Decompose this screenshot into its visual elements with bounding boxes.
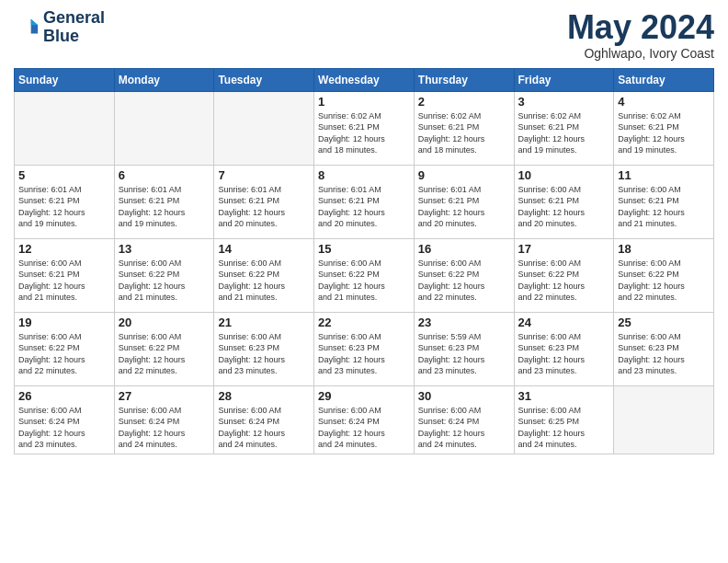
- calendar-cell: 7Sunrise: 6:01 AM Sunset: 6:21 PM Daylig…: [214, 165, 314, 238]
- day-number: 12: [18, 242, 110, 256]
- day-number: 11: [618, 168, 710, 182]
- logo-line1: General: [43, 9, 105, 28]
- day-info: Sunrise: 6:00 AM Sunset: 6:23 PM Dayligh…: [318, 331, 410, 377]
- calendar-cell: 30Sunrise: 6:00 AM Sunset: 6:24 PM Dayli…: [414, 385, 514, 454]
- logo-icon: [14, 15, 40, 40]
- day-number: 19: [18, 316, 110, 329]
- day-info: Sunrise: 6:00 AM Sunset: 6:22 PM Dayligh…: [318, 258, 410, 304]
- day-info: Sunrise: 6:01 AM Sunset: 6:21 PM Dayligh…: [218, 184, 310, 230]
- day-info: Sunrise: 6:00 AM Sunset: 6:23 PM Dayligh…: [518, 331, 610, 377]
- day-header-monday: Monday: [114, 68, 214, 91]
- day-number: 25: [618, 316, 710, 329]
- day-number: 4: [618, 95, 710, 109]
- calendar-cell: 4Sunrise: 6:02 AM Sunset: 6:21 PM Daylig…: [614, 91, 714, 165]
- day-info: Sunrise: 6:01 AM Sunset: 6:21 PM Dayligh…: [18, 184, 110, 230]
- calendar-cell: 9Sunrise: 6:01 AM Sunset: 6:21 PM Daylig…: [414, 165, 514, 238]
- calendar-table: SundayMondayTuesdayWednesdayThursdayFrid…: [14, 68, 714, 454]
- day-info: Sunrise: 5:59 AM Sunset: 6:23 PM Dayligh…: [418, 331, 510, 377]
- calendar-cell: 5Sunrise: 6:01 AM Sunset: 6:21 PM Daylig…: [15, 165, 115, 238]
- week-row-4: 19Sunrise: 6:00 AM Sunset: 6:22 PM Dayli…: [15, 312, 714, 385]
- calendar-cell: 11Sunrise: 6:00 AM Sunset: 6:21 PM Dayli…: [614, 165, 714, 238]
- day-number: 27: [119, 389, 210, 403]
- calendar-cell: [214, 91, 314, 165]
- calendar-cell: [114, 91, 214, 165]
- day-info: Sunrise: 6:00 AM Sunset: 6:24 PM Dayligh…: [318, 405, 410, 451]
- day-info: Sunrise: 6:02 AM Sunset: 6:21 PM Dayligh…: [618, 110, 710, 156]
- calendar-cell: [614, 385, 714, 454]
- week-row-2: 5Sunrise: 6:01 AM Sunset: 6:21 PM Daylig…: [15, 165, 714, 238]
- day-number: 31: [518, 389, 610, 403]
- day-number: 17: [518, 242, 610, 256]
- day-info: Sunrise: 6:00 AM Sunset: 6:22 PM Dayligh…: [218, 258, 310, 304]
- day-number: 10: [518, 168, 610, 182]
- calendar-page: General Blue May 2024 Oghlwapo, Ivory Co…: [0, 0, 728, 563]
- calendar-cell: 27Sunrise: 6:00 AM Sunset: 6:24 PM Dayli…: [114, 385, 214, 454]
- calendar-cell: 28Sunrise: 6:00 AM Sunset: 6:24 PM Dayli…: [214, 385, 314, 454]
- day-header-sunday: Sunday: [15, 68, 115, 91]
- calendar-cell: 12Sunrise: 6:00 AM Sunset: 6:21 PM Dayli…: [15, 238, 115, 312]
- day-info: Sunrise: 6:00 AM Sunset: 6:21 PM Dayligh…: [518, 184, 610, 230]
- day-number: 5: [18, 168, 110, 182]
- calendar-cell: [15, 91, 115, 165]
- calendar-title: May 2024: [567, 9, 714, 46]
- calendar-cell: 26Sunrise: 6:00 AM Sunset: 6:24 PM Dayli…: [15, 385, 115, 454]
- day-header-saturday: Saturday: [614, 68, 714, 91]
- week-row-5: 26Sunrise: 6:00 AM Sunset: 6:24 PM Dayli…: [15, 385, 714, 454]
- calendar-cell: 31Sunrise: 6:00 AM Sunset: 6:25 PM Dayli…: [514, 385, 614, 454]
- title-block: May 2024 Oghlwapo, Ivory Coast: [567, 9, 714, 61]
- day-info: Sunrise: 6:00 AM Sunset: 6:22 PM Dayligh…: [119, 258, 210, 304]
- calendar-cell: 24Sunrise: 6:00 AM Sunset: 6:23 PM Dayli…: [514, 312, 614, 385]
- day-number: 3: [518, 95, 610, 109]
- day-number: 8: [318, 168, 410, 182]
- day-info: Sunrise: 6:01 AM Sunset: 6:21 PM Dayligh…: [418, 184, 510, 230]
- day-number: 29: [318, 389, 410, 403]
- day-number: 6: [119, 168, 210, 182]
- day-number: 14: [218, 242, 310, 256]
- calendar-cell: 1Sunrise: 6:02 AM Sunset: 6:21 PM Daylig…: [314, 91, 415, 165]
- day-info: Sunrise: 6:00 AM Sunset: 6:24 PM Dayligh…: [119, 405, 210, 451]
- day-info: Sunrise: 6:00 AM Sunset: 6:22 PM Dayligh…: [418, 258, 510, 304]
- calendar-cell: 6Sunrise: 6:01 AM Sunset: 6:21 PM Daylig…: [114, 165, 214, 238]
- logo: General Blue: [14, 9, 105, 46]
- day-number: 20: [119, 316, 210, 329]
- days-header-row: SundayMondayTuesdayWednesdayThursdayFrid…: [15, 68, 714, 91]
- calendar-cell: 19Sunrise: 6:00 AM Sunset: 6:22 PM Dayli…: [15, 312, 115, 385]
- day-number: 9: [418, 168, 510, 182]
- week-row-3: 12Sunrise: 6:00 AM Sunset: 6:21 PM Dayli…: [15, 238, 714, 312]
- calendar-cell: 18Sunrise: 6:00 AM Sunset: 6:22 PM Dayli…: [614, 238, 714, 312]
- day-info: Sunrise: 6:00 AM Sunset: 6:21 PM Dayligh…: [618, 184, 710, 230]
- calendar-cell: 16Sunrise: 6:00 AM Sunset: 6:22 PM Dayli…: [414, 238, 514, 312]
- day-number: 26: [18, 389, 110, 403]
- day-info: Sunrise: 6:02 AM Sunset: 6:21 PM Dayligh…: [518, 110, 610, 156]
- day-info: Sunrise: 6:01 AM Sunset: 6:21 PM Dayligh…: [318, 184, 410, 230]
- calendar-cell: 17Sunrise: 6:00 AM Sunset: 6:22 PM Dayli…: [514, 238, 614, 312]
- day-number: 30: [418, 389, 510, 403]
- header: General Blue May 2024 Oghlwapo, Ivory Co…: [14, 9, 714, 61]
- week-row-1: 1Sunrise: 6:02 AM Sunset: 6:21 PM Daylig…: [15, 91, 714, 165]
- calendar-cell: 23Sunrise: 5:59 AM Sunset: 6:23 PM Dayli…: [414, 312, 514, 385]
- calendar-cell: 15Sunrise: 6:00 AM Sunset: 6:22 PM Dayli…: [314, 238, 415, 312]
- day-number: 21: [218, 316, 310, 329]
- day-info: Sunrise: 6:00 AM Sunset: 6:22 PM Dayligh…: [518, 258, 610, 304]
- day-info: Sunrise: 6:00 AM Sunset: 6:23 PM Dayligh…: [218, 331, 310, 377]
- calendar-cell: 10Sunrise: 6:00 AM Sunset: 6:21 PM Dayli…: [514, 165, 614, 238]
- day-info: Sunrise: 6:00 AM Sunset: 6:22 PM Dayligh…: [119, 331, 210, 377]
- day-info: Sunrise: 6:00 AM Sunset: 6:24 PM Dayligh…: [418, 405, 510, 451]
- calendar-cell: 29Sunrise: 6:00 AM Sunset: 6:24 PM Dayli…: [314, 385, 415, 454]
- day-info: Sunrise: 6:02 AM Sunset: 6:21 PM Dayligh…: [318, 110, 410, 156]
- day-number: 15: [318, 242, 410, 256]
- day-info: Sunrise: 6:00 AM Sunset: 6:23 PM Dayligh…: [618, 331, 710, 377]
- day-header-thursday: Thursday: [414, 68, 514, 91]
- calendar-subtitle: Oghlwapo, Ivory Coast: [567, 46, 714, 61]
- day-number: 23: [418, 316, 510, 329]
- calendar-cell: 13Sunrise: 6:00 AM Sunset: 6:22 PM Dayli…: [114, 238, 214, 312]
- calendar-cell: 25Sunrise: 6:00 AM Sunset: 6:23 PM Dayli…: [614, 312, 714, 385]
- day-header-tuesday: Tuesday: [214, 68, 314, 91]
- calendar-cell: 14Sunrise: 6:00 AM Sunset: 6:22 PM Dayli…: [214, 238, 314, 312]
- day-number: 16: [418, 242, 510, 256]
- day-info: Sunrise: 6:01 AM Sunset: 6:21 PM Dayligh…: [119, 184, 210, 230]
- day-info: Sunrise: 6:00 AM Sunset: 6:22 PM Dayligh…: [618, 258, 710, 304]
- day-info: Sunrise: 6:02 AM Sunset: 6:21 PM Dayligh…: [418, 110, 510, 156]
- day-info: Sunrise: 6:00 AM Sunset: 6:21 PM Dayligh…: [18, 258, 110, 304]
- day-info: Sunrise: 6:00 AM Sunset: 6:22 PM Dayligh…: [18, 331, 110, 377]
